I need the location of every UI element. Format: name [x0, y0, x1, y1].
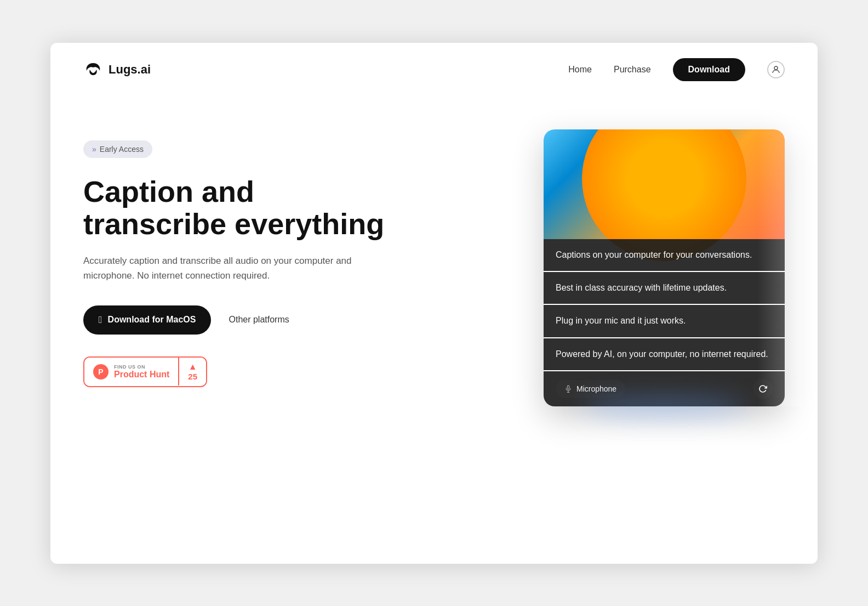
caption-card-2: Best in class accuracy with lifetime upd…: [544, 272, 785, 304]
app-preview: Captions on your computer for your conve…: [544, 129, 785, 407]
app-preview-wrapper: Captions on your computer for your conve…: [544, 129, 785, 407]
ph-count: 25: [188, 372, 197, 381]
ph-logo-icon: P: [93, 364, 108, 380]
nav-download-button[interactable]: Download: [673, 58, 745, 81]
download-mac-label: Download for MacOS: [108, 315, 196, 325]
ph-find-us-text: FIND US ON: [114, 364, 169, 370]
ph-product-hunt-text: Product Hunt: [114, 370, 169, 380]
nav-home[interactable]: Home: [568, 65, 592, 75]
caption-card-4: Powered by AI, on your computer, no inte…: [544, 338, 785, 370]
ph-vote-section: ▲ 25: [178, 358, 206, 386]
ph-upvote-icon: ▲: [189, 362, 197, 372]
account-icon[interactable]: [767, 61, 785, 78]
svg-rect-1: [567, 386, 569, 389]
caption-card-3: Plug in your mic and it just works.: [544, 305, 785, 337]
mic-icon: [564, 385, 572, 393]
ph-text-block: FIND US ON Product Hunt: [114, 364, 169, 380]
refresh-button[interactable]: [753, 379, 773, 399]
badge-chevrons-icon: »: [92, 145, 96, 154]
hero-left: » Early Access Caption and transcribe ev…: [83, 129, 390, 387]
preview-background: [544, 129, 785, 239]
other-platforms-link[interactable]: Other platforms: [229, 315, 289, 325]
hero-section: » Early Access Caption and transcribe ev…: [50, 97, 818, 451]
early-access-label: Early Access: [100, 145, 144, 154]
early-access-badge[interactable]: » Early Access: [83, 140, 152, 158]
nav-links: Home Purchase Download: [568, 58, 785, 81]
caption-card-1: Captions on your computer for your conve…: [544, 239, 785, 271]
preview-footer: Microphone: [544, 371, 785, 406]
navbar: Lugs.ai Home Purchase Download: [50, 43, 818, 97]
mic-label: Microphone: [576, 384, 616, 393]
mic-indicator: Microphone: [556, 380, 625, 398]
hero-actions:  Download for MacOS Other platforms: [83, 305, 390, 335]
svg-point-0: [774, 66, 778, 70]
logo-area[interactable]: Lugs.ai: [83, 60, 151, 80]
logo-text: Lugs.ai: [108, 63, 151, 77]
caption-cards: Captions on your computer for your conve…: [544, 239, 785, 371]
hero-subtitle: Accurately caption and transcribe all au…: [83, 253, 390, 283]
nav-purchase[interactable]: Purchase: [614, 65, 651, 75]
logo-icon: [83, 60, 103, 80]
download-mac-button[interactable]:  Download for MacOS: [83, 305, 211, 335]
apple-icon: : [99, 314, 102, 326]
hero-title: Caption and transcribe everything: [83, 175, 390, 241]
ph-left: P FIND US ON Product Hunt: [84, 358, 178, 386]
refresh-icon: [758, 384, 767, 393]
product-hunt-badge[interactable]: P FIND US ON Product Hunt ▲ 25: [83, 356, 207, 387]
